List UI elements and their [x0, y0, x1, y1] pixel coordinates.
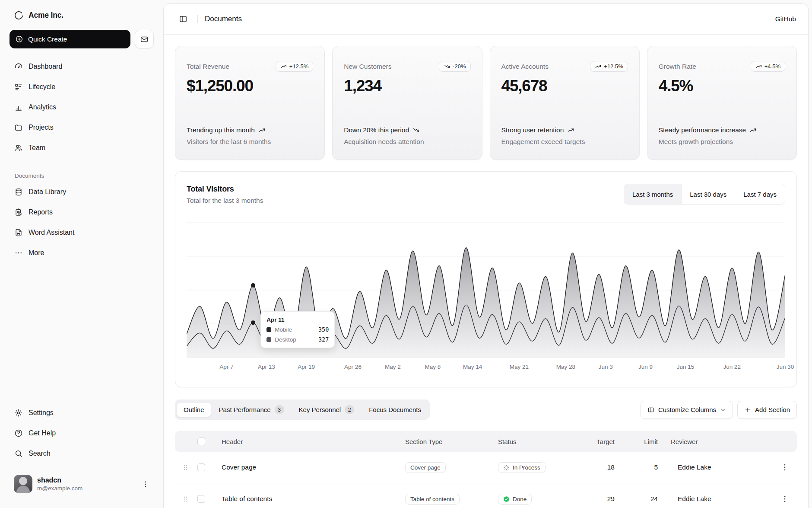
- settings-icon: [14, 409, 23, 417]
- range-last-3-months[interactable]: Last 3 months: [624, 184, 681, 204]
- visitors-chart[interactable]: Apr 7Apr 13Apr 19Apr 26May 2May 8May 14M…: [187, 217, 785, 372]
- tooltip-date: Apr 11: [266, 316, 329, 323]
- word-assistant-icon: [14, 228, 23, 237]
- drag-cell: [175, 495, 196, 503]
- grip-vertical-icon[interactable]: [182, 495, 189, 503]
- user-menu[interactable]: shadcn m@example.com: [10, 471, 154, 497]
- tab-label: Outline: [184, 406, 204, 413]
- chart-tooltip: Apr 11Mobile350Desktop327: [260, 311, 335, 348]
- sidebar-item-analytics[interactable]: Analytics: [10, 99, 154, 115]
- sidebar-item-word-assistant[interactable]: Word Assistant: [10, 224, 154, 241]
- customize-columns-button[interactable]: Customize Columns: [641, 401, 733, 419]
- stat-card-description: Acquisition needs attention: [344, 138, 470, 146]
- stat-card-trend-line: Down 20% this period: [344, 125, 470, 135]
- row-menu-button[interactable]: [778, 492, 792, 506]
- limit-cell[interactable]: 24: [626, 495, 669, 503]
- sidebar-item-team[interactable]: Team: [10, 139, 154, 156]
- mail-button[interactable]: [135, 30, 154, 48]
- tab-focus-documents[interactable]: Focus Documents: [362, 402, 428, 417]
- stat-card-label: Growth Rate: [659, 63, 696, 70]
- section-tabs: OutlinePast Performance3Key Personnel2Fo…: [175, 399, 430, 420]
- stat-card-value: 4.5%: [659, 77, 785, 95]
- stat-card-label: New Customers: [344, 63, 391, 70]
- x-tick-label: May 28: [556, 364, 575, 370]
- range-last-7-days[interactable]: Last 7 days: [735, 184, 785, 204]
- stat-card-label: Total Revenue: [187, 63, 229, 70]
- nav-documents: Data LibraryReportsWord AssistantMore: [10, 183, 154, 265]
- tab-outline[interactable]: Outline: [177, 402, 211, 417]
- reviewer-cell[interactable]: Eddie Lake: [669, 495, 773, 503]
- sections-table: HeaderSection TypeStatusTargetLimitRevie…: [175, 431, 797, 508]
- range-last-30-days[interactable]: Last 30 days: [681, 184, 735, 204]
- table-row: Cover pageCover pageIn Process185Eddie L…: [175, 452, 797, 483]
- trend-badge: +12.5%: [276, 61, 313, 72]
- sidebar-item-projects[interactable]: Projects: [10, 119, 154, 136]
- stat-card-header: New Customers-20%: [344, 61, 470, 72]
- target-cell[interactable]: 29: [578, 495, 626, 503]
- row-menu-button[interactable]: [778, 460, 792, 474]
- stat-card-trend-text: Steady performance increase: [659, 125, 746, 135]
- tab-key-personnel[interactable]: Key Personnel2: [292, 401, 362, 418]
- tab-count-badge: 2: [345, 405, 354, 414]
- trending-up-icon: [749, 127, 756, 134]
- sidebar-item-get-help[interactable]: Get Help: [10, 425, 154, 441]
- sidebar-item-settings[interactable]: Settings: [10, 404, 154, 421]
- x-tick-label: May 14: [463, 364, 482, 370]
- sidebar-item-dashboard[interactable]: Dashboard: [10, 58, 154, 75]
- status-cell: Done: [496, 494, 578, 505]
- toolbar-actions: Customize Columns Add Section: [641, 401, 797, 419]
- sidebar-item-reports[interactable]: Reports: [10, 204, 154, 220]
- grip-vertical-icon[interactable]: [182, 464, 189, 471]
- tooltip-series-label: Desktop: [275, 336, 315, 343]
- sidebar-item-label: Analytics: [29, 103, 56, 111]
- sidebar-item-lifecycle[interactable]: Lifecycle: [10, 78, 154, 95]
- section-type-cell: Table of contents: [403, 494, 496, 505]
- tooltip-series-label: Mobile: [275, 326, 315, 333]
- sidebar-item-data-library[interactable]: Data Library: [10, 183, 154, 200]
- github-link[interactable]: GitHub: [775, 15, 796, 23]
- x-tick-label: Apr 26: [344, 364, 362, 370]
- trending-up-icon: [567, 127, 574, 134]
- select-all-checkbox[interactable]: [197, 438, 205, 445]
- x-tick-label: Jun 3: [599, 364, 613, 370]
- series-swatch: [266, 337, 271, 342]
- limit-cell[interactable]: 5: [626, 463, 669, 471]
- sidebar-toggle-button[interactable]: [176, 12, 190, 26]
- stat-card-trend-text: Trending up this month: [187, 125, 255, 135]
- section-type-badge: Table of contents: [405, 494, 460, 505]
- header-cell[interactable]: Cover page: [213, 463, 403, 471]
- row-checkbox[interactable]: [197, 463, 205, 471]
- range-toggle: Last 3 monthsLast 30 daysLast 7 days: [624, 184, 785, 204]
- quick-create-button[interactable]: Quick Create: [10, 30, 130, 48]
- header-cell[interactable]: Table of contents: [213, 495, 403, 503]
- reviewer-cell[interactable]: Eddie Lake: [669, 463, 773, 471]
- trending-down-icon: [412, 127, 419, 134]
- trending-down-icon: [444, 63, 450, 70]
- workspace-switcher[interactable]: Acme Inc.: [10, 8, 154, 23]
- header-divider: [197, 15, 198, 23]
- dashboard-icon: [14, 62, 23, 71]
- trend-badge-value: +12.5%: [604, 63, 623, 70]
- tooltip-row: Mobile350: [266, 326, 329, 333]
- target-cell[interactable]: 18: [578, 463, 626, 471]
- stat-card: Total Revenue+12.5%$1,250.00Trending up …: [175, 46, 325, 160]
- stat-card: New Customers-20%1,234Down 20% this peri…: [332, 46, 482, 160]
- sidebar-item-search[interactable]: Search: [10, 445, 154, 462]
- team-icon: [14, 144, 23, 152]
- trending-up-icon: [280, 63, 287, 70]
- columns-icon: [647, 406, 654, 413]
- trend-badge-value: -20%: [453, 63, 466, 70]
- tooltip-series-value: 350: [318, 326, 329, 333]
- sidebar-item-label: Team: [29, 144, 45, 152]
- stat-card-description: Meets growth projections: [659, 138, 785, 146]
- stat-card-trend-line: Steady performance increase: [659, 125, 785, 135]
- section-type-badge: Cover page: [405, 462, 446, 473]
- nav-secondary: SettingsGet HelpSearch: [10, 404, 154, 465]
- tab-label: Focus Documents: [369, 406, 421, 413]
- sidebar-item-more[interactable]: More: [10, 244, 154, 261]
- add-section-button[interactable]: Add Section: [737, 401, 797, 419]
- row-checkbox[interactable]: [197, 495, 205, 503]
- stat-card-description: Visitors for the last 6 months: [187, 138, 313, 146]
- sidebar-item-label: Projects: [29, 124, 54, 131]
- tab-past-performance[interactable]: Past Performance3: [212, 401, 291, 418]
